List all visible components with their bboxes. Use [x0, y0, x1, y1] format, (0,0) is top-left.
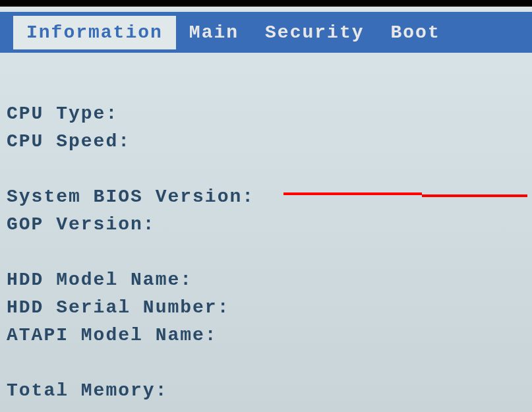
total-memory-label: Total Memory:: [7, 377, 532, 405]
spacer: [7, 239, 532, 266]
tab-boot[interactable]: Boot: [377, 16, 453, 49]
hdd-model-name-label: HDD Model Name:: [7, 266, 532, 294]
system-bios-version-label: System BIOS Version:: [7, 183, 532, 211]
gop-version-label: GOP Version:: [7, 211, 532, 239]
tab-information[interactable]: Information: [13, 16, 176, 49]
tab-security[interactable]: Security: [252, 16, 377, 49]
atapi-model-name-label: ATAPI Model Name:: [7, 322, 532, 349]
cpu-type-label: CPU Type:: [7, 100, 532, 128]
tab-bar: Information Main Security Boot: [0, 12, 532, 53]
screen-edge: [0, 0, 532, 7]
bios-setup-screen: Information Main Security Boot CPU Type:…: [0, 0, 532, 412]
spacer: [7, 156, 532, 183]
information-panel: CPU Type: CPU Speed: System BIOS Version…: [0, 53, 532, 405]
cpu-speed-label: CPU Speed:: [7, 128, 532, 156]
spacer: [7, 349, 532, 377]
tab-main[interactable]: Main: [176, 16, 252, 49]
spacer: [7, 73, 532, 100]
hdd-serial-number-label: HDD Serial Number:: [7, 294, 532, 322]
